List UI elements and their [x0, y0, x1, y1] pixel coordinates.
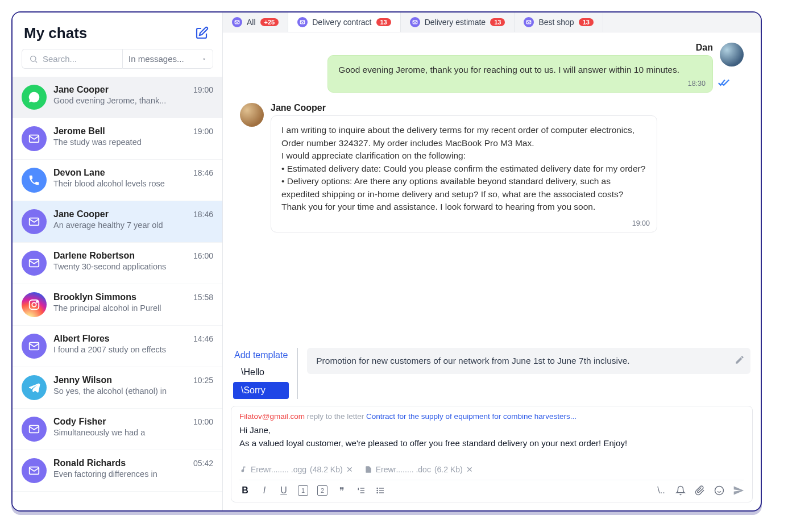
svg-point-21	[377, 490, 378, 491]
mail-icon	[297, 17, 308, 27]
remove-attachment-button[interactable]: ✕	[346, 465, 353, 474]
chat-name: Ronald Richards	[53, 458, 126, 468]
mail-icon	[22, 209, 47, 234]
mail-icon	[410, 17, 420, 27]
file-icon	[364, 466, 372, 473]
send-button[interactable]	[733, 485, 744, 496]
edit-template-button[interactable]	[735, 355, 745, 367]
mail-icon	[22, 458, 47, 483]
tab-label: All	[247, 18, 256, 27]
chat-name: Jane Cooper	[53, 85, 109, 95]
send-icon	[733, 485, 744, 496]
emoji-button[interactable]	[714, 485, 725, 496]
attach-button[interactable]	[694, 485, 706, 496]
attachments-row: Erewr........ .ogg (48.2 Kb) ✕ Erewr....…	[239, 460, 744, 480]
composer-textarea[interactable]: Hi Jane, As a valued loyal customer, we'…	[239, 424, 744, 460]
conversation-view[interactable]: Dan Good evening Jerome, thank you for r…	[223, 32, 761, 342]
unordered-list-button[interactable]	[375, 485, 386, 496]
mail-icon	[524, 17, 534, 27]
tab-badge: 13	[376, 18, 391, 26]
reminder-button[interactable]	[675, 485, 686, 496]
agent-message-text: Good evening Jerome, thank you for reach…	[338, 64, 702, 84]
compose-icon	[195, 26, 209, 40]
unordered-list-icon	[376, 486, 385, 495]
svg-point-6	[36, 301, 38, 302]
mail-icon	[22, 126, 47, 151]
chat-item[interactable]: Albert Flores14:46 I found a 2007 study …	[13, 326, 222, 367]
slash-command-button[interactable]: \..	[656, 485, 667, 496]
chat-time: 10:00	[193, 417, 213, 426]
svg-point-20	[377, 488, 378, 488]
chat-name: Darlene Robertson	[53, 251, 135, 261]
ordered-list-icon	[356, 486, 366, 495]
chat-item[interactable]: Jenny Wilson10:25 So yes, the alcohol (e…	[13, 367, 222, 409]
svg-point-0	[31, 56, 36, 61]
italic-button[interactable]: I	[259, 485, 270, 496]
chat-time: 05:42	[193, 459, 213, 468]
chat-item[interactable]: Jane Cooper18:46 An average healthy 7 ye…	[13, 201, 222, 243]
chat-preview: I found a 2007 study on effects	[53, 345, 213, 354]
svg-point-22	[377, 492, 378, 493]
chat-item[interactable]: Cody Fisher10:00 Simultaneously we had a	[13, 409, 222, 450]
composer-toolbar: B I U 1 2 ❞ \..	[239, 480, 744, 502]
chat-item[interactable]: Brooklyn Simmons15:58 The principal alco…	[13, 284, 222, 326]
chat-item[interactable]: Ronald Richards05:42 Even factoring diff…	[13, 450, 222, 492]
chat-name: Brooklyn Simmons	[53, 292, 136, 302]
template-list: Add template \Hello \Sorry	[233, 348, 298, 399]
customer-name: Jane Cooper	[271, 103, 657, 113]
instagram-icon	[22, 292, 47, 317]
chat-preview: The principal alcohol in Purell	[53, 304, 213, 313]
tab[interactable]: All +25	[223, 13, 288, 32]
composer: Filatov@gmail.com reply to the letter Co…	[231, 406, 753, 502]
ordered-list-button[interactable]	[355, 485, 367, 496]
whatsapp-icon	[22, 85, 47, 110]
chat-item[interactable]: Jane Cooper19:00 Good evening Jerome, th…	[13, 77, 222, 118]
music-note-icon	[239, 466, 247, 473]
template-item-sorry[interactable]: \Sorry	[233, 382, 289, 399]
chat-list[interactable]: Jane Cooper19:00 Good evening Jerome, th…	[13, 77, 222, 510]
h2-button[interactable]: 2	[317, 485, 328, 496]
reply-context: Filatov@gmail.com reply to the letter Co…	[239, 412, 744, 421]
chat-time: 14:46	[193, 334, 213, 343]
chat-item[interactable]: Jerome Bell19:00 The study was repeated	[13, 118, 222, 160]
agent-avatar	[720, 43, 744, 66]
underline-button[interactable]: U	[278, 485, 289, 496]
attachment-doc[interactable]: Erewr........ .doc (6.2 Kb) ✕	[364, 465, 473, 474]
chat-preview: So yes, the alcohol (ethanol) in	[53, 386, 213, 396]
chat-item[interactable]: Darlene Robertson16:00 Twenty 30-second …	[13, 243, 222, 284]
customer-avatar	[240, 103, 264, 127]
remove-attachment-button[interactable]: ✕	[466, 465, 473, 474]
smiley-icon	[714, 485, 724, 496]
chat-time: 19:00	[193, 127, 213, 136]
tab-badge: 13	[579, 18, 594, 26]
search-filter-select[interactable]: In messages...	[122, 49, 213, 69]
tab[interactable]: Best shop 13	[515, 13, 603, 32]
tab[interactable]: Delivery contract 13	[288, 13, 401, 32]
chat-name: Jenny Wilson	[53, 375, 112, 385]
h1-button[interactable]: 1	[297, 485, 309, 496]
template-item-hello[interactable]: \Hello	[233, 364, 289, 381]
tab[interactable]: Delivery estimate 13	[401, 13, 515, 32]
phone-icon	[22, 168, 47, 193]
chat-item[interactable]: Devon Lane18:46 Their blood alcohol leve…	[13, 160, 222, 201]
bold-button[interactable]: B	[239, 485, 251, 496]
template-bar: Add template \Hello \Sorry Promotion for…	[223, 342, 761, 406]
read-receipt-icon	[718, 77, 730, 89]
svg-point-23	[715, 487, 724, 495]
add-template-button[interactable]: Add template	[233, 348, 289, 363]
chat-preview: Their blood alcohol levels rose	[53, 179, 213, 188]
chat-preview: Simultaneously we had a	[53, 428, 213, 437]
customer-message-bubble: I am writing to inquire about the delive…	[271, 115, 657, 232]
compose-button[interactable]	[193, 24, 211, 42]
reply-subject-link[interactable]: Contract for the supply of equipment for…	[366, 412, 577, 421]
agent-name: Dan	[696, 43, 713, 53]
search-input[interactable]: Search...	[22, 49, 122, 69]
attachment-audio[interactable]: Erewr........ .ogg (48.2 Kb) ✕	[239, 465, 353, 474]
template-preview: Promotion for new customers of our netwo…	[307, 348, 750, 374]
chat-name: Jane Cooper	[53, 209, 109, 219]
pencil-icon	[735, 355, 745, 365]
chat-time: 19:00	[193, 85, 213, 94]
attachment-size: (48.2 Kb)	[310, 465, 343, 474]
quote-button[interactable]: ❞	[336, 485, 347, 496]
reply-email: Filatov@gmail.com	[239, 412, 305, 421]
